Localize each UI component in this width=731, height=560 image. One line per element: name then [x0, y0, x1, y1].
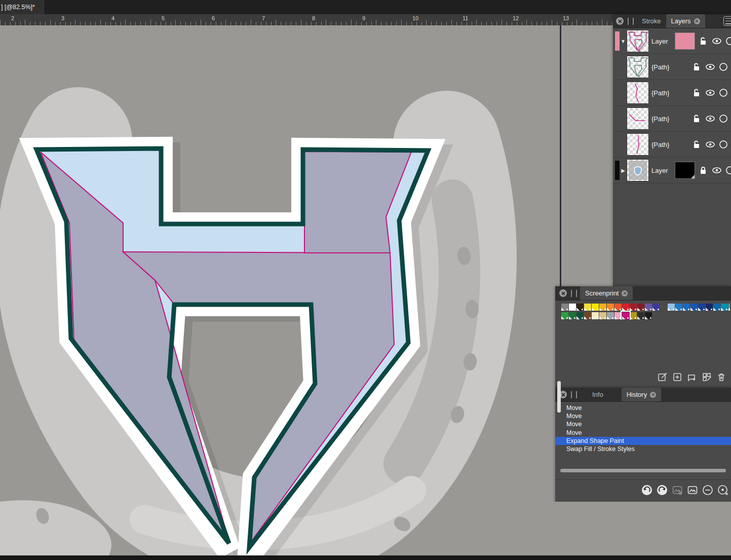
color-swatch[interactable]: [630, 312, 637, 319]
layer-thumbnail[interactable]: [627, 30, 649, 52]
visibility-eye-icon[interactable]: [705, 140, 716, 148]
color-swatch[interactable]: [614, 304, 622, 311]
panel-grip-icon[interactable]: [628, 18, 634, 25]
history-item[interactable]: Move: [555, 420, 731, 428]
history-slider[interactable]: [560, 469, 726, 472]
lock-toggle[interactable]: [691, 88, 702, 97]
target-circle-icon[interactable]: [719, 140, 728, 149]
vertical-scrollbar-thumb[interactable]: [557, 381, 561, 413]
color-swatch[interactable]: [622, 312, 629, 319]
layer-thumbnail[interactable]: [627, 82, 649, 104]
color-swatch[interactable]: [721, 304, 728, 311]
history-item[interactable]: Swap Fill / Stroke Styles: [555, 445, 731, 453]
canvas-viewport[interactable]: [0, 25, 613, 555]
color-swatch[interactable]: [652, 304, 660, 311]
history-item[interactable]: Expand Shape Paint: [555, 437, 731, 445]
layer-thumbnail[interactable]: [627, 159, 649, 181]
document-tab[interactable]: ] [@82.5%]*: [0, 0, 45, 14]
tab-close-icon[interactable]: [694, 18, 700, 24]
lock-toggle[interactable]: [691, 114, 702, 123]
color-swatch[interactable]: [713, 304, 720, 311]
visibility-eye-icon[interactable]: [705, 63, 716, 71]
layer-thumbnail[interactable]: [627, 107, 649, 130]
remove-state-icon[interactable]: [702, 484, 714, 496]
target-circle-icon[interactable]: [719, 114, 728, 123]
target-circle-icon[interactable]: [725, 36, 731, 46]
layer-row[interactable]: ▼▶ Layer: [613, 158, 731, 183]
layer-thumbnail[interactable]: [627, 56, 649, 78]
color-swatch[interactable]: [569, 312, 576, 319]
color-swatch[interactable]: [668, 304, 675, 311]
color-swatch[interactable]: [645, 304, 652, 311]
tab-history[interactable]: History: [622, 388, 661, 401]
layer-color-tag[interactable]: [615, 161, 620, 180]
color-swatch[interactable]: [690, 304, 698, 311]
new-swatch-icon[interactable]: [672, 371, 683, 383]
snapshot-icon[interactable]: [686, 484, 699, 496]
layer-name[interactable]: {Path}: [651, 115, 682, 123]
delete-swatch-icon[interactable]: [716, 371, 727, 383]
visibility-eye-icon[interactable]: [705, 115, 716, 123]
lock-toggle[interactable]: [691, 62, 702, 71]
layer-row[interactable]: {Path}: [613, 106, 731, 132]
target-circle-icon[interactable]: [719, 62, 728, 71]
redo-icon[interactable]: [656, 484, 668, 496]
color-swatch[interactable]: [630, 304, 637, 311]
color-swatch[interactable]: [561, 312, 568, 319]
color-swatch[interactable]: [599, 312, 606, 319]
layer-name[interactable]: {Path}: [651, 89, 682, 97]
lock-toggle[interactable]: [691, 140, 702, 149]
lock-toggle[interactable]: [698, 36, 708, 46]
zoom-cancel-icon[interactable]: [717, 484, 729, 496]
color-swatch[interactable]: [592, 312, 599, 319]
tab-close-icon[interactable]: [622, 290, 628, 296]
history-item[interactable]: Move: [555, 412, 731, 420]
layer-row[interactable]: {Path}: [613, 132, 731, 158]
color-swatch[interactable]: [675, 304, 682, 311]
color-swatch[interactable]: [592, 304, 599, 311]
history-item[interactable]: Move: [555, 429, 731, 437]
color-swatch[interactable]: [698, 304, 705, 311]
expand-triangle-icon[interactable]: ▼▶: [620, 168, 627, 173]
color-swatch[interactable]: [607, 312, 614, 319]
visibility-eye-icon[interactable]: [711, 166, 722, 174]
panel-close-icon[interactable]: [559, 289, 567, 297]
color-swatch[interactable]: [622, 304, 629, 311]
tab-screenprint[interactable]: Screenprint: [580, 286, 633, 300]
panel-grip-icon[interactable]: [571, 391, 577, 398]
color-swatch[interactable]: [576, 304, 584, 311]
layer-fill-chip[interactable]: [675, 162, 695, 179]
tab-stroke[interactable]: Stroke: [637, 14, 666, 28]
layer-name[interactable]: {Path}: [651, 141, 682, 148]
color-swatch[interactable]: [584, 312, 591, 319]
expand-triangle-icon[interactable]: ▼▶: [620, 39, 627, 44]
color-swatch[interactable]: [561, 304, 568, 311]
layer-row[interactable]: {Path}: [613, 54, 731, 80]
undo-icon[interactable]: [641, 484, 653, 496]
color-swatch[interactable]: [637, 312, 644, 319]
target-circle-icon[interactable]: [725, 166, 731, 175]
edit-swatch-icon[interactable]: [657, 371, 668, 383]
color-swatch[interactable]: [599, 304, 606, 311]
panel-menu-icon[interactable]: [723, 16, 731, 26]
visibility-eye-icon[interactable]: [711, 37, 722, 45]
layer-row[interactable]: {Path}: [613, 80, 731, 106]
layer-name[interactable]: {Path}: [651, 63, 682, 71]
tab-info[interactable]: Info: [587, 388, 608, 401]
color-swatch[interactable]: [607, 304, 614, 311]
history-item[interactable]: Move: [555, 404, 731, 412]
color-swatch[interactable]: [645, 312, 652, 319]
tab-layers[interactable]: Layers: [666, 14, 705, 28]
lock-toggle[interactable]: [698, 166, 708, 175]
layer-name[interactable]: Layer: [651, 38, 675, 45]
target-circle-icon[interactable]: [719, 88, 728, 97]
layer-row[interactable]: ▼▶ Layer: [613, 28, 731, 54]
color-swatch[interactable]: [576, 312, 584, 319]
color-swatch[interactable]: [637, 304, 644, 311]
color-swatch[interactable]: [683, 304, 690, 311]
layer-color-tag[interactable]: [615, 31, 620, 51]
panel-close-icon[interactable]: [616, 17, 624, 25]
color-swatch[interactable]: [728, 304, 730, 311]
layer-name[interactable]: Layer: [651, 167, 675, 174]
import-swatch-icon[interactable]: [686, 371, 698, 383]
